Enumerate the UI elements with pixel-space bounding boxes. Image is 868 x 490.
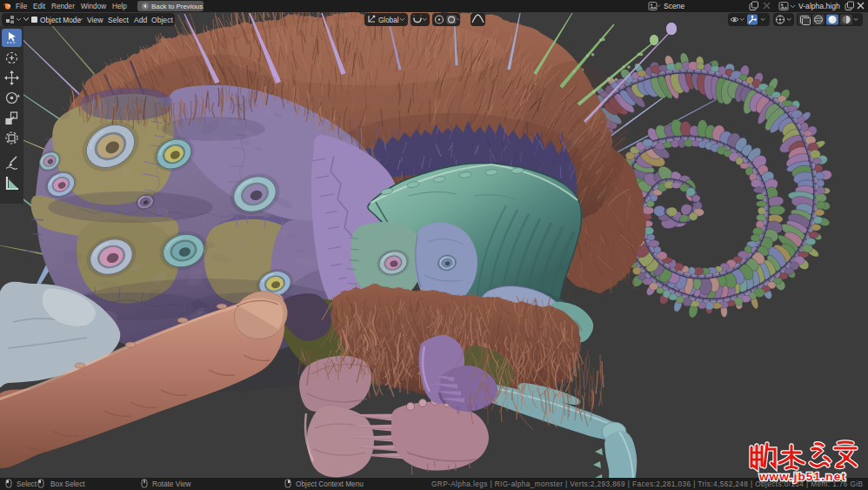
svg-text:Select: Select xyxy=(108,16,129,24)
svg-text:File: File xyxy=(16,3,28,10)
svg-text:Box Select: Box Select xyxy=(50,480,85,488)
svg-text:Add: Add xyxy=(134,16,148,24)
svg-text:Edit: Edit xyxy=(33,3,46,10)
svg-text:Select: Select xyxy=(17,480,37,488)
svg-text:Render: Render xyxy=(51,3,75,10)
svg-text:Help: Help xyxy=(112,3,127,10)
svg-text:Global: Global xyxy=(378,17,399,24)
svg-text:Object Mode: Object Mode xyxy=(40,16,81,24)
svg-text:Object Context Menu: Object Context Menu xyxy=(296,480,364,488)
svg-text:Back to Previous: Back to Previous xyxy=(151,3,203,10)
svg-text:Window: Window xyxy=(81,3,106,10)
svg-text:View: View xyxy=(87,16,103,24)
svg-text:Rotate View: Rotate View xyxy=(152,480,192,488)
svg-text:www.jb51.net: www.jb51.net xyxy=(758,470,846,483)
svg-text:Object: Object xyxy=(151,16,173,24)
svg-text:V-alpha.high: V-alpha.high xyxy=(798,2,840,10)
svg-text:Scene: Scene xyxy=(664,2,685,10)
